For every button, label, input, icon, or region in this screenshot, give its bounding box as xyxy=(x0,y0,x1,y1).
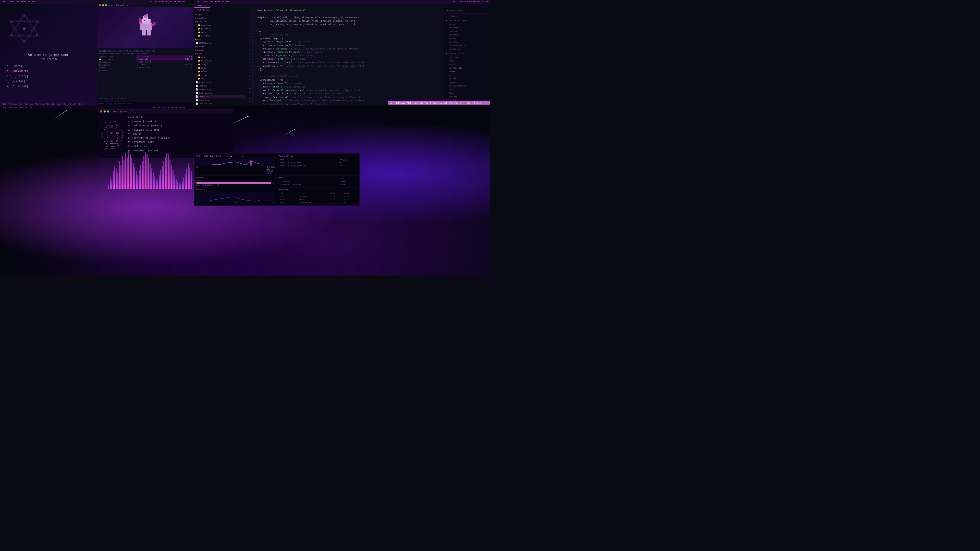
outline-theme[interactable]: theme xyxy=(446,70,488,73)
tree-system[interactable]: ▶system xyxy=(194,45,245,48)
distrofetch-minimize[interactable] xyxy=(103,110,106,113)
outline-item-outputs[interactable]: ▶ outputs xyxy=(446,14,488,18)
minimize-dot[interactable] xyxy=(102,4,104,6)
sysmon-grid: CPU - 1.53 1.14 0.78 ▁▁▁▁▂▁▁▃▁▁▁▁▁▁▁▁▂▁▁… xyxy=(194,153,360,206)
tree-app[interactable]: 📁app xyxy=(194,56,245,59)
tree-worklab[interactable]: 📁worklab xyxy=(194,34,245,38)
tree-personal[interactable]: 📁personal xyxy=(194,27,245,30)
qute-label-closetab: [Close tab] xyxy=(11,85,28,88)
tree-wsl[interactable]: ▶wsl xyxy=(194,38,245,41)
tree-install-org[interactable]: 📄install.org xyxy=(194,102,245,105)
sidebar-media[interactable]: Media xyxy=(98,66,136,69)
qute-menu-quickmarks[interactable]: [b] [Quickmarks] xyxy=(5,69,92,74)
qute-menu-history[interactable]: [S h] [History] xyxy=(5,74,92,79)
proc-col-cpu: CPU% xyxy=(329,192,343,195)
outline-wm[interactable]: wm xyxy=(446,73,488,77)
tab-flake-nix[interactable]: flake.nix xyxy=(194,3,210,8)
tree-desktop-png[interactable]: 📄desktop.png xyxy=(194,91,245,95)
outline-defaultroamdir[interactable]: defaultRoamDir xyxy=(446,84,488,88)
outline-fontpkg[interactable]: fontPkg xyxy=(446,95,488,98)
sidebar-dotfiles[interactable]: 📁 dotfiles xyxy=(98,58,136,61)
tree-user[interactable]: ▶user xyxy=(194,52,245,56)
viz-bar-9 xyxy=(122,156,123,189)
temp-edge-name: card0 (amdgpu): edge xyxy=(279,162,337,164)
install-org-row[interactable]: install.org xyxy=(136,60,193,63)
distrofetch-pkg-val: PACKAGES: 3577 xyxy=(135,141,154,144)
tree-patches[interactable]: ▶patches xyxy=(194,16,245,20)
proc-pipewire-mem: 0.1 xyxy=(344,201,357,204)
tree-work[interactable]: 📁work xyxy=(194,30,245,34)
sysmon-temp-junction-row: card0 (amdgpu): junction 58°C xyxy=(279,165,357,167)
proc-hyprland-name: Hyprland xyxy=(298,195,329,198)
outline-font[interactable]: font xyxy=(446,91,488,95)
outline-term[interactable]: term xyxy=(446,88,488,91)
readme-row[interactable]: README.org 4.7 K xyxy=(136,66,193,69)
qute-menu-newtab[interactable]: [t] [New tab] xyxy=(5,79,92,84)
outline-item-description[interactable]: ▶ description xyxy=(446,9,488,13)
outline-user-header: ▼ userSettings xyxy=(446,53,488,55)
outline-name[interactable]: name xyxy=(446,59,488,63)
code-text[interactable]: description = "Flake of LibrePhoenix"; o… xyxy=(253,8,444,105)
tree-git[interactable]: ▶.git xyxy=(194,13,245,16)
tree-themes[interactable]: ▶themes xyxy=(194,48,245,52)
outline-grubdevice[interactable]: grubDevice xyxy=(446,48,488,51)
tree-lang[interactable]: 📁lang xyxy=(194,63,245,66)
outline-bootmode[interactable]: bootMode xyxy=(446,40,488,44)
sysmon-temp-title: Temperatures xyxy=(279,155,358,157)
wm-workspace-tag[interactable]: Tech 100% 20% 100% 2S 10S xyxy=(2,106,32,109)
flake-nix-row[interactable]: flake.nix 2.26 K xyxy=(136,58,193,60)
svg-point-7 xyxy=(11,35,13,36)
sysmon-proc-header: PID Process CPU% MEM% xyxy=(279,192,357,195)
svg-point-10 xyxy=(36,21,38,23)
outline-email[interactable]: email xyxy=(446,63,488,66)
tree-flake-nix[interactable]: 📄flake.nix xyxy=(194,95,245,98)
outline-browser[interactable]: browser xyxy=(446,81,488,84)
outline-username[interactable]: username xyxy=(446,56,488,59)
pokemon-image-area xyxy=(97,7,194,48)
workspace-tag[interactable]: Tech 100% 20% 100% 2S 10S xyxy=(2,0,36,3)
svg-rect-22 xyxy=(149,30,151,35)
license-row[interactable]: LICENSE 34.2 K xyxy=(136,63,193,66)
qute-key-newtab: [t] xyxy=(5,80,10,83)
sysmon-cpu-right: CPU like 11 AVG 10 0% 0% xyxy=(267,166,275,174)
system-monitor-window: CPU - 1.53 1.14 0.78 ▁▁▁▁▂▁▁▃▁▁▁▁▁▁▁▁▂▁▁… xyxy=(194,153,360,206)
sidebar-documents[interactable]: Documents xyxy=(98,61,136,64)
outline-wmtype[interactable]: wmType xyxy=(446,77,488,81)
maximize-dot[interactable] xyxy=(105,4,107,6)
qute-menu-closetab[interactable]: [x] [Close tab] xyxy=(5,84,92,89)
outline-locale[interactable]: locale xyxy=(446,37,488,40)
tree-readme1[interactable]: 📄README.org xyxy=(194,41,245,45)
tree-hardware[interactable]: 📁hardware xyxy=(194,59,245,63)
workspace-tag-2[interactable]: Tech 100% 20% 100% 2S 10S xyxy=(196,0,230,3)
outline-hostname[interactable]: hostname xyxy=(446,26,488,30)
sidebar-bookmarks[interactable]: Bookmarks xyxy=(98,64,136,66)
outline-system-header: ▼ systemSettings xyxy=(446,20,488,22)
outline-bootmountpath[interactable]: bootMountPath xyxy=(446,44,488,48)
disk-nix-path: /dev/dm-0 /nix/store xyxy=(279,183,339,186)
tree-license[interactable]: 📄LICENSE xyxy=(194,84,245,88)
tree-home-lab[interactable]: 📁home.lab xyxy=(194,24,245,27)
qute-subtitle: Tech Profile xyxy=(5,58,92,61)
qute-menu-search[interactable]: [o] [Search] xyxy=(5,64,92,69)
tree-shell[interactable]: 📁shell xyxy=(194,70,245,73)
tree-wm[interactable]: 📁wm xyxy=(194,77,245,81)
tree-style[interactable]: 📁style xyxy=(194,73,245,77)
outline-profile[interactable]: profile xyxy=(446,30,488,33)
fm-bg: emmet@snowfire: ~ xyxy=(97,3,194,106)
outline-timezone[interactable]: timezone xyxy=(446,33,488,37)
viz-bar-35 xyxy=(162,166,163,189)
sidebar-external[interactable]: External xyxy=(98,69,136,72)
sysmon-cpu-title: CPU - 1.53 1.14 0.78 ▁▁▁▁▂▁▁▃▁▁▁▁▁▁▁▁▂▁▁… xyxy=(196,155,275,157)
outline-dotfilesdir[interactable]: dotfilesDir xyxy=(446,66,488,70)
close-dot[interactable] xyxy=(99,4,101,6)
distrofetch-close[interactable] xyxy=(100,110,102,113)
outline-system[interactable]: system xyxy=(446,22,488,26)
tree-readme3[interactable]: 📄README.org xyxy=(194,88,245,91)
tree-profiles[interactable]: ▶profiles xyxy=(194,20,245,24)
sysmon-cpu-stats: 0%s CPU like 11 AVG 10 0% 0% xyxy=(196,166,275,174)
distrofetch-maximize[interactable] xyxy=(107,110,109,113)
tree-readme2[interactable]: 📄README.org xyxy=(194,81,245,84)
viz-bar-15 xyxy=(131,158,132,189)
tree-harden-sh[interactable]: 📄harden.sh xyxy=(194,98,245,102)
tree-pkgs[interactable]: 📁pkgs xyxy=(194,66,245,70)
